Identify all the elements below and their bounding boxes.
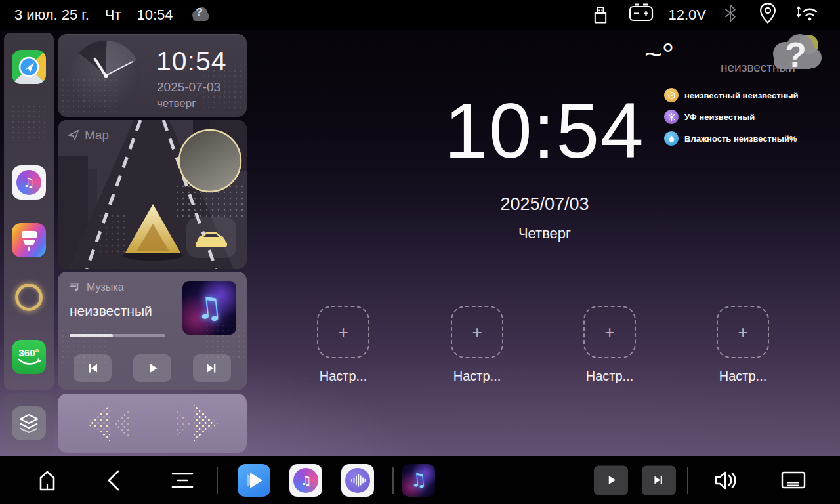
navigation-app-icon[interactable]: [12, 50, 46, 84]
recents-menu-button[interactable]: [167, 466, 196, 495]
map-scene: [58, 120, 247, 269]
analog-clock: [71, 41, 140, 110]
sidebar-bottom-panel: [4, 394, 54, 453]
plus-icon: +: [338, 322, 348, 343]
status-date: 3 июл. 25 г.: [14, 7, 89, 24]
plus-icon: +: [604, 322, 614, 343]
now-playing-thumbnail[interactable]: ♫: [402, 464, 435, 497]
music-progress-bar: [70, 334, 165, 337]
navbar-play-button[interactable]: [594, 465, 628, 495]
weather-detail-row: Влажность неизвестный%: [664, 131, 799, 146]
main-weekday: Четверг: [407, 225, 682, 242]
page-left-arrow-icon[interactable]: [87, 405, 110, 442]
sidebar-dots-pattern: [10, 104, 49, 139]
status-time: 10:54: [137, 7, 173, 24]
sidebar: ♫ 360°: [4, 33, 54, 390]
main-time: 10:54: [407, 92, 682, 169]
shortcut-slot-4[interactable]: + Настр...: [690, 306, 795, 384]
weather-unknown-cloud-icon: ?: [765, 33, 826, 85]
music-widget-label: Музыка: [87, 282, 124, 293]
usb-icon: [587, 0, 614, 32]
widget-clock-time: 10:54: [156, 46, 227, 77]
status-bar: 3 июл. 25 г. Чт 10:54 ? 12.0V: [0, 0, 840, 30]
gold-ring-icon[interactable]: [15, 284, 43, 311]
music-track-title: неизвестный: [70, 303, 152, 319]
page-switcher-widget: [58, 394, 247, 453]
status-weekday: Чт: [105, 7, 121, 24]
volume-button[interactable]: [711, 466, 741, 495]
widget-clock-date: 2025-07-03: [157, 80, 220, 94]
page-right-arrow-icon[interactable]: [194, 405, 218, 442]
surround-360-label: 360°: [18, 348, 39, 358]
bluetooth-icon: [719, 0, 742, 32]
play-button[interactable]: [133, 354, 171, 382]
weather-detail-row: УФ неизвестный: [664, 110, 799, 124]
shortcut-slot-3[interactable]: + Настр...: [557, 306, 662, 384]
wifi-icon: [794, 0, 823, 32]
music-app-icon[interactable]: ♫: [12, 165, 46, 200]
next-track-button[interactable]: [193, 354, 231, 382]
home-button[interactable]: [33, 466, 62, 495]
voice-assistant-app-icon[interactable]: [341, 464, 374, 497]
screen-off-button[interactable]: [778, 466, 808, 495]
map-label: Map: [85, 128, 109, 142]
weather-detail-row: неизвестный неизвестный: [664, 88, 799, 102]
video-player-app-icon[interactable]: [238, 464, 270, 497]
voltage-value: 12.0V: [669, 7, 707, 24]
plus-icon: +: [738, 322, 747, 343]
main-date: 2025/07/03: [407, 194, 682, 215]
shortcut-slot-1[interactable]: + Настр...: [291, 306, 396, 384]
widget-clock-weekday: четверг: [157, 97, 196, 110]
navbar-next-button[interactable]: [642, 465, 676, 495]
plus-icon: +: [472, 322, 482, 343]
map-label-row: Map: [67, 128, 109, 142]
music-widget[interactable]: Музыка неизвестный ♫: [58, 272, 247, 390]
bottom-nav-bar: ♫ ♫: [0, 456, 840, 504]
surround-360-icon[interactable]: 360°: [12, 340, 46, 374]
location-icon: [755, 0, 781, 32]
layers-app-icon[interactable]: [12, 406, 46, 440]
weather-unknown-icon: ?: [189, 5, 211, 25]
navigate-icon: [67, 129, 80, 142]
weather-details: неизвестный неизвестный УФ неизвестный В…: [664, 88, 799, 146]
paint-theme-app-icon[interactable]: [12, 223, 46, 257]
main-clock: 10:54 2025/07/03 Четверг: [407, 92, 682, 242]
back-button[interactable]: [100, 466, 129, 495]
clock-widget[interactable]: 10:54 2025-07-03 четверг: [58, 34, 247, 117]
weather-temperature: ~°: [644, 37, 674, 72]
music-player-app-icon[interactable]: ♫: [289, 464, 322, 497]
album-art[interactable]: ♫: [182, 281, 236, 335]
map-widget[interactable]: Map: [58, 120, 247, 269]
previous-track-button[interactable]: [74, 354, 112, 382]
battery-icon: [627, 0, 656, 32]
shortcut-slot-2[interactable]: + Настр...: [425, 306, 530, 384]
playlist-icon: [69, 281, 81, 293]
